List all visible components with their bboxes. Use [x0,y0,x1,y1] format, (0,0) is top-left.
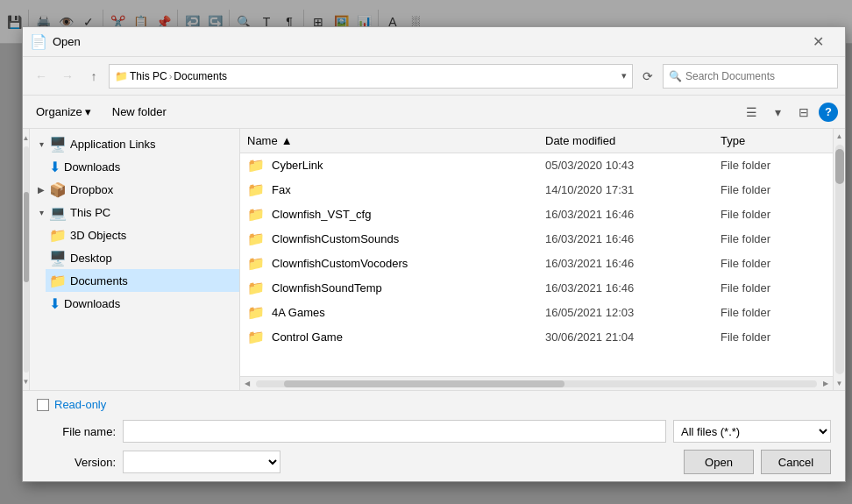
organize-button[interactable]: Organize ▾ [30,102,97,122]
file-icon: 📁 [247,206,265,223]
dialog-toolbar: Organize ▾ New folder ☰ ▾ ⊟ ? [23,96,845,129]
search-input[interactable] [685,70,832,82]
tree-item-downloads[interactable]: ⬇ Downloads [46,292,239,315]
view-options-button[interactable]: ☰ [740,101,763,124]
this-pc-children: 📁 3D Objects 🖥️ Desktop 📁 Documents ⬇ Do… [30,224,239,315]
breadcrumb-this-pc: This PC [130,70,167,82]
file-row[interactable]: 📁 Fax 14/10/2020 17:31 File folder [240,178,833,202]
readonly-checkbox[interactable] [37,399,49,411]
up-button[interactable]: ↑ [82,65,105,88]
file-row[interactable]: 📁 CyberLink 05/03/2020 10:43 File folder [240,153,833,178]
col-header-type[interactable]: Type [721,134,826,147]
file-type: File folder [721,306,826,319]
downloads-icon: ⬇ [49,295,60,312]
search-icon: 🔍 [669,70,682,82]
file-date: 16/05/2021 12:03 [545,306,721,319]
dialog-titlebar: 📄 Open ✕ [23,27,845,57]
file-type: File folder [721,281,826,295]
dropbox-label: Dropbox [70,183,113,196]
file-icon: 📁 [247,231,265,247]
application-links-children: ⬇ Downloads [30,155,239,178]
col-name-label: Name [247,134,278,147]
toolbar-right: ☰ ▾ ⊟ ? [740,101,838,124]
file-date: 14/10/2020 17:31 [545,183,721,196]
horizontal-scrollbar[interactable]: ◀ ▶ [240,376,833,390]
right-scrollbar[interactable]: ▲ ▼ [833,129,845,390]
tree-item-desktop[interactable]: 🖥️ Desktop [46,246,239,269]
hscroll-left-arrow[interactable]: ◀ [240,377,254,391]
organize-chevron-icon: ▾ [85,105,91,118]
file-list: 📁 CyberLink 05/03/2020 10:43 File folder… [240,153,833,376]
dialog-navbar: ← → ↑ 📁 This PC › Documents ▾ ⟳ 🔍 [23,57,845,96]
rscroll-thumb [835,149,844,183]
file-icon: 📁 [247,255,265,272]
breadcrumb-sep: › [169,71,173,82]
tree-expander-this-pc: ▾ [33,204,49,220]
file-row[interactable]: 📁 ClownfishCustomSounds 16/03/2021 16:46… [240,227,833,252]
breadcrumb-documents: Documents [174,70,227,82]
forward-button[interactable]: → [56,65,79,88]
file-type: File folder [721,183,826,196]
version-select[interactable] [123,451,280,473]
file-date: 16/03/2021 16:46 [545,208,721,221]
file-row[interactable]: 📁 ClownfishCustomVocoders 16/03/2021 16:… [240,252,833,276]
hscroll-right-arrow[interactable]: ▶ [819,377,833,391]
file-name: ClownfishCustomSounds [272,232,545,245]
tree-item-dropbox[interactable]: ▶ 📦 Dropbox [30,178,239,201]
filename-label: File name: [37,425,116,438]
rscroll-up[interactable]: ▲ [834,129,846,143]
file-date: 16/03/2021 16:46 [545,257,721,270]
filename-input[interactable] [123,420,666,443]
tree-item-this-pc[interactable]: ▾ 💻 This PC [30,201,239,224]
refresh-button[interactable]: ⟳ [636,64,659,89]
file-name: ClownfishSoundTemp [272,281,545,295]
file-name: ClownfishCustomVocoders [272,257,545,270]
downloads-applinks-label: Downloads [64,160,120,174]
file-name: Control Game [272,330,545,344]
this-pc-label: This PC [70,206,110,219]
file-icon: 📁 [247,329,265,345]
breadcrumb: 📁 This PC › Documents [115,70,227,82]
tree-item-3d-objects[interactable]: 📁 3D Objects [46,224,239,246]
left-scroll-up[interactable]: ▲ [23,131,30,145]
desktop-label: Desktop [70,252,112,265]
help-button[interactable]: ? [819,103,838,122]
preview-pane-button[interactable]: ⊟ [792,101,815,124]
new-folder-button[interactable]: New folder [104,102,174,122]
desktop-icon: 🖥️ [49,250,67,266]
file-row[interactable]: 📁 Control Game 30/06/2021 21:04 File fol… [240,325,833,350]
file-row[interactable]: 📁 Clownfish_VST_cfg 16/03/2021 16:46 Fil… [240,202,833,227]
file-row[interactable]: 📁 4A Games 16/05/2021 12:03 File folder [240,301,833,325]
file-type: File folder [721,232,826,245]
file-row[interactable]: 📁 ClownfishSoundTemp 16/03/2021 16:46 Fi… [240,276,833,301]
application-links-icon: 🖥️ [49,136,67,153]
col-header-name[interactable]: Name ▲ [247,134,545,147]
search-box[interactable]: 🔍 [663,64,838,89]
open-button[interactable]: Open [684,450,754,474]
left-scroll-down[interactable]: ▼ [23,374,30,388]
file-icon: 📁 [247,181,265,198]
view-dropdown-button[interactable]: ▾ [766,101,789,124]
left-scrollbar[interactable]: ▲ ▼ [23,129,30,390]
address-bar[interactable]: 📁 This PC › Documents ▾ [109,64,633,89]
dropbox-icon: 📦 [49,181,67,198]
dialog-close-button[interactable]: ✕ [798,27,838,57]
documents-icon: 📁 [49,273,67,289]
downloads-applinks-icon: ⬇ [49,159,60,175]
back-button[interactable]: ← [30,65,53,88]
rscroll-down[interactable]: ▼ [834,376,846,390]
file-type: File folder [721,159,826,172]
tree-item-documents[interactable]: 📁 Documents [46,269,239,292]
open-dialog: 📄 Open ✕ ← → ↑ 📁 This PC › Documents ▾ ⟳… [22,26,846,482]
readonly-label: Read-only [54,398,106,411]
dialog-overlay: 📄 Open ✕ ← → ↑ 📁 This PC › Documents ▾ ⟳… [0,0,852,504]
filetype-select[interactable]: All files (*.*) [673,420,831,443]
tree-item-downloads-applinks[interactable]: ⬇ Downloads [46,155,239,178]
file-date: 30/06/2021 21:04 [545,330,721,344]
cancel-button[interactable]: Cancel [761,450,831,474]
downloads-label: Downloads [64,297,120,310]
3d-objects-icon: 📁 [49,227,67,244]
col-header-date[interactable]: Date modified [545,134,721,147]
tree-item-application-links[interactable]: ▾ 🖥️ Application Links [30,132,239,155]
file-icon: 📁 [247,157,265,174]
